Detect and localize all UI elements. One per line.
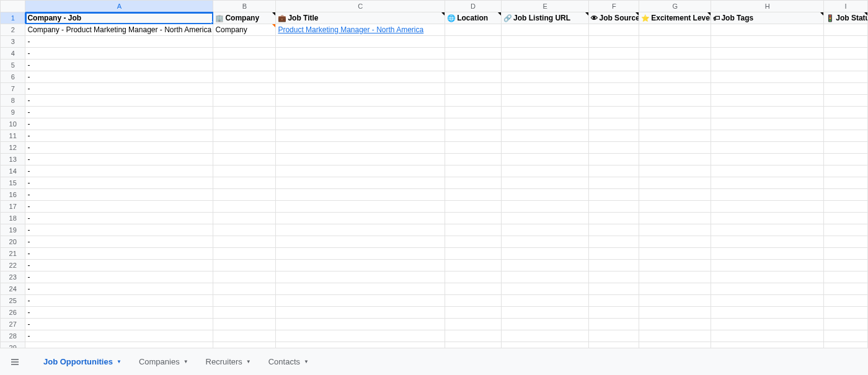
cell[interactable]: [589, 271, 639, 283]
cell[interactable]: [276, 71, 445, 83]
cell[interactable]: [445, 271, 502, 283]
cell[interactable]: [502, 319, 589, 330]
cell[interactable]: [589, 71, 639, 83]
cell[interactable]: [589, 283, 639, 295]
cell[interactable]: [213, 95, 276, 107]
cell[interactable]: [276, 224, 445, 236]
cell[interactable]: [711, 189, 824, 201]
cell[interactable]: [824, 107, 868, 118]
cell[interactable]: [824, 283, 868, 295]
col-header-G[interactable]: G: [639, 1, 711, 12]
row-header-25[interactable]: 25: [1, 295, 25, 307]
cell[interactable]: Product Marketing Manager - North Americ…: [276, 24, 445, 36]
cell[interactable]: [213, 283, 276, 295]
row-header-12[interactable]: 12: [1, 142, 25, 154]
cell[interactable]: [711, 24, 824, 36]
cell[interactable]: [589, 60, 639, 71]
col-header-E[interactable]: E: [502, 1, 589, 12]
cell[interactable]: 🔗Job Listing URL: [502, 12, 589, 24]
cell[interactable]: [502, 201, 589, 213]
cell[interactable]: [639, 213, 711, 224]
cell[interactable]: [502, 95, 589, 107]
cell[interactable]: [502, 224, 589, 236]
cell[interactable]: [502, 236, 589, 248]
cell[interactable]: [276, 236, 445, 248]
chevron-down-icon[interactable]: ▼: [184, 359, 188, 364]
cell[interactable]: [213, 307, 276, 319]
cell[interactable]: [213, 48, 276, 60]
cell[interactable]: [711, 307, 824, 319]
cell[interactable]: [276, 36, 445, 48]
cell[interactable]: [445, 83, 502, 95]
cell[interactable]: [639, 330, 711, 342]
cell[interactable]: [639, 165, 711, 177]
cell[interactable]: [445, 130, 502, 142]
cell[interactable]: [589, 48, 639, 60]
cell[interactable]: [639, 118, 711, 130]
cell[interactable]: [445, 224, 502, 236]
cell[interactable]: [711, 271, 824, 283]
cell[interactable]: [276, 165, 445, 177]
sheet-tab[interactable]: Companies▼: [133, 353, 195, 371]
cell[interactable]: [213, 142, 276, 154]
cell[interactable]: [824, 177, 868, 189]
cell[interactable]: [824, 83, 868, 95]
cell[interactable]: [445, 95, 502, 107]
cell[interactable]: [276, 307, 445, 319]
cell[interactable]: [639, 154, 711, 165]
cell[interactable]: [639, 295, 711, 307]
col-header-B[interactable]: B: [213, 1, 276, 12]
cell[interactable]: [639, 177, 711, 189]
cell[interactable]: [213, 213, 276, 224]
sheet-tab[interactable]: Job Opportunities▼: [37, 353, 128, 371]
cell[interactable]: [502, 260, 589, 271]
cell[interactable]: [502, 24, 589, 36]
cell[interactable]: [711, 319, 824, 330]
cell[interactable]: [639, 130, 711, 142]
cell[interactable]: -: [25, 142, 213, 154]
cell[interactable]: -: [25, 201, 213, 213]
select-all-corner[interactable]: [1, 1, 25, 12]
cell[interactable]: [213, 154, 276, 165]
cell[interactable]: [502, 189, 589, 201]
cell[interactable]: [213, 201, 276, 213]
cell[interactable]: [502, 213, 589, 224]
cell[interactable]: [589, 142, 639, 154]
cell[interactable]: [639, 60, 711, 71]
row-header-26[interactable]: 26: [1, 307, 25, 319]
cell[interactable]: Company: [213, 24, 276, 36]
cell[interactable]: [589, 95, 639, 107]
cell[interactable]: [639, 224, 711, 236]
cell[interactable]: [711, 48, 824, 60]
cell[interactable]: [276, 319, 445, 330]
row-header-14[interactable]: 14: [1, 165, 25, 177]
cell[interactable]: [445, 260, 502, 271]
cell[interactable]: [589, 295, 639, 307]
cell[interactable]: [589, 130, 639, 142]
cell[interactable]: [502, 271, 589, 283]
cell[interactable]: [445, 330, 502, 342]
cell[interactable]: [276, 201, 445, 213]
cell[interactable]: [589, 165, 639, 177]
cell[interactable]: [589, 201, 639, 213]
cell[interactable]: [589, 154, 639, 165]
cell[interactable]: [711, 260, 824, 271]
cell[interactable]: [276, 95, 445, 107]
cell[interactable]: [502, 283, 589, 295]
row-header-24[interactable]: 24: [1, 283, 25, 295]
cell[interactable]: [445, 107, 502, 118]
cell[interactable]: [213, 248, 276, 260]
cell[interactable]: [276, 118, 445, 130]
cell[interactable]: [502, 60, 589, 71]
cell[interactable]: [213, 342, 276, 348]
row-header-16[interactable]: 16: [1, 189, 25, 201]
cell[interactable]: [711, 107, 824, 118]
row-header-10[interactable]: 10: [1, 118, 25, 130]
cell[interactable]: [502, 71, 589, 83]
cell[interactable]: [824, 189, 868, 201]
cell[interactable]: [589, 330, 639, 342]
row-header-1[interactable]: 1: [1, 12, 25, 24]
cell[interactable]: [502, 130, 589, 142]
cell[interactable]: [711, 295, 824, 307]
cell[interactable]: [824, 236, 868, 248]
